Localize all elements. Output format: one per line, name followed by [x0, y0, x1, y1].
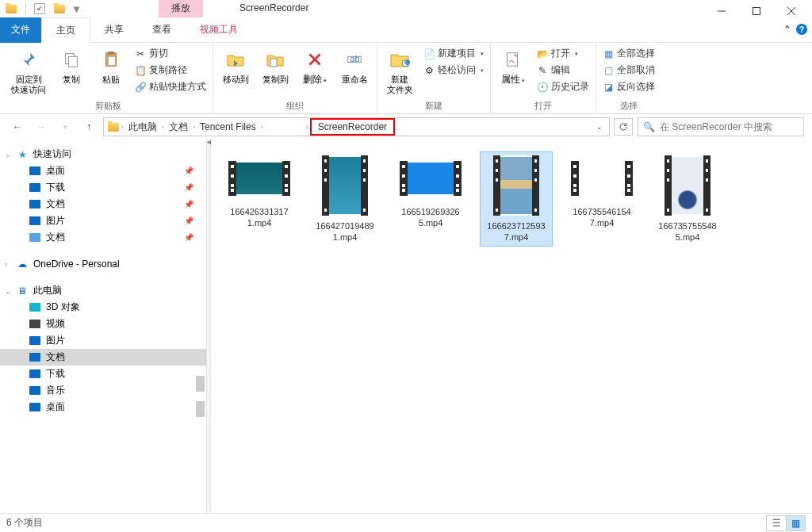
file-item[interactable]: 1666237125937.mp4	[481, 152, 552, 246]
star-icon: ★	[16, 149, 29, 160]
selectall-icon: ▦	[603, 48, 614, 59]
sidebar-scrollbar[interactable]	[194, 140, 206, 513]
group-label-select: 选择	[599, 98, 658, 113]
copy-button[interactable]: 复制	[52, 44, 90, 88]
sidebar-item[interactable]: 视频	[0, 316, 206, 332]
pin-icon	[17, 48, 40, 71]
file-thumbnail	[400, 155, 462, 201]
folder-icon[interactable]	[53, 3, 66, 14]
open-button[interactable]: 📂打开▾	[534, 46, 592, 61]
sidebar-onedrive[interactable]: ›☁OneDrive - Personal	[0, 257, 206, 271]
moveto-button[interactable]: 移动到	[216, 44, 255, 88]
copyto-label: 复制到	[262, 75, 289, 85]
icons-view-button[interactable]: ▦	[786, 516, 805, 530]
newitem-icon: 📄	[423, 48, 435, 59]
cut-button[interactable]: ✂剪切	[132, 46, 209, 61]
file-item[interactable]: 1664263313171.mp4	[224, 152, 295, 246]
sidebar-item[interactable]: 文档📌	[0, 196, 206, 212]
back-button[interactable]: ←	[8, 117, 27, 136]
delete-icon	[303, 48, 327, 71]
sidebar-thispc[interactable]: ⌄🖥此电脑	[0, 282, 206, 299]
history-dropdown[interactable]: ▾	[56, 117, 75, 136]
file-list[interactable]: 1664263313171.mp4 1664270194891.mp4 1665…	[211, 140, 812, 513]
rename-button[interactable]: ab 重命名	[335, 44, 373, 88]
chevron-right-icon[interactable]: ›	[162, 123, 164, 131]
crumb-screenrecorder[interactable]: ScreenRecorder	[310, 118, 395, 136]
sidebar-item[interactable]: 桌面📌	[0, 163, 206, 179]
copyto-button[interactable]: 复制到	[256, 44, 294, 88]
newfolder-button[interactable]: ✹ 新建 文件夹	[381, 44, 419, 98]
tab-home[interactable]: 主页	[41, 17, 90, 43]
sidebar-item[interactable]: 3D 对象	[0, 299, 206, 316]
maximize-button[interactable]	[739, 0, 774, 22]
tab-file[interactable]: 文件	[0, 17, 41, 43]
file-item[interactable]: 1667357555485.mp4	[652, 152, 723, 246]
address-dropdown-icon[interactable]: ⌄	[593, 123, 606, 131]
pastelink-button[interactable]: 🔗粘贴快捷方式	[132, 79, 209, 94]
crumb-tencent[interactable]: Tencent Files	[197, 120, 259, 134]
refresh-button[interactable]	[614, 118, 633, 136]
file-item[interactable]: 1664270194891.mp4	[309, 152, 381, 246]
sidebar-item[interactable]: 图片📌	[0, 212, 206, 229]
chevron-right-icon[interactable]: ›	[121, 123, 124, 131]
edit-button[interactable]: ✎编辑	[534, 63, 592, 78]
details-view-button[interactable]: ☰	[767, 516, 786, 530]
tab-view[interactable]: 查看	[138, 17, 186, 43]
file-item[interactable]: 1667355461547.mp4	[566, 152, 638, 246]
selectnone-button[interactable]: ▢全部取消	[599, 63, 658, 78]
history-button[interactable]: 🕘历史记录	[534, 79, 592, 94]
properties-button[interactable]: 属性▾	[494, 44, 532, 89]
video-icon	[29, 319, 41, 330]
easyaccess-button[interactable]: ⚙轻松访问▾	[420, 63, 487, 78]
paste-button[interactable]: 粘贴	[92, 44, 130, 88]
sidebar-item[interactable]: 文档	[0, 349, 206, 366]
ribbon-collapse-icon[interactable]: ⌃	[783, 24, 791, 35]
sidebar-item[interactable]: 下载	[0, 366, 206, 382]
crumb-hidden[interactable]	[265, 125, 304, 128]
svg-rect-7	[108, 52, 113, 55]
rename-icon: ab	[343, 48, 366, 71]
file-item[interactable]: 1665192693265.mp4	[395, 152, 466, 246]
download-icon	[29, 182, 41, 193]
address-bar[interactable]: › 此电脑 › 文档 › Tencent Files › › ScreenRec…	[103, 117, 610, 136]
sidebar-item[interactable]: 桌面	[0, 399, 206, 415]
chevron-right-icon[interactable]: ›	[261, 123, 263, 131]
close-button[interactable]	[774, 0, 809, 22]
copypath-button[interactable]: 📋复制路径	[132, 63, 209, 78]
up-button[interactable]: ↑	[79, 117, 98, 136]
scroll-thumb[interactable]	[196, 401, 205, 417]
newitem-button[interactable]: 📄新建项目▾	[420, 46, 487, 61]
file-thumbnail	[571, 155, 633, 201]
sidebar-quickaccess[interactable]: ⌄★快速访问	[0, 146, 206, 163]
selectall-button[interactable]: ▦全部选择	[599, 46, 658, 61]
tab-share[interactable]: 共享	[90, 17, 138, 43]
qat-customize-icon[interactable]: ▾	[74, 2, 79, 15]
sidebar-item[interactable]: 文档📌	[0, 229, 206, 246]
crumb-documents[interactable]: 文档	[166, 119, 191, 136]
ribbon-group-clipboard: 固定到 快速访问 复制 粘贴 ✂剪切 📋复制路径 🔗粘贴快捷方式 剪贴板	[3, 43, 213, 113]
crumb-thispc[interactable]: 此电脑	[125, 119, 160, 136]
forward-button[interactable]: →	[32, 117, 51, 136]
invert-button[interactable]: ◪反向选择	[599, 79, 658, 94]
sidebar-item[interactable]: 音乐	[0, 382, 206, 399]
group-label-new: 新建	[381, 98, 487, 113]
scroll-thumb[interactable]	[196, 376, 205, 392]
tab-video-tools[interactable]: 视频工具	[186, 17, 252, 43]
svg-rect-9	[270, 59, 277, 67]
pane-splitter[interactable]	[206, 140, 211, 513]
delete-button[interactable]: 删除▾	[296, 44, 334, 89]
chevron-right-icon[interactable]: ›	[193, 123, 195, 131]
navigation-pane: ⌄★快速访问桌面📌下载📌文档📌图片📌文档📌›☁OneDrive - Person…	[0, 140, 206, 513]
search-input[interactable]: 🔍 在 ScreenRecorder 中搜索	[638, 117, 804, 136]
sidebar-item[interactable]: 下载📌	[0, 179, 206, 196]
chevron-right-icon[interactable]: ›	[306, 123, 308, 131]
sidebar-item[interactable]: 图片	[0, 332, 206, 349]
help-icon[interactable]: ?	[796, 24, 807, 35]
moveto-icon	[224, 48, 247, 71]
copy-icon	[59, 48, 83, 71]
qat-properties-icon[interactable]	[34, 3, 45, 14]
file-thumbnail	[657, 155, 718, 216]
easyaccess-icon: ⚙	[423, 65, 435, 76]
minimize-button[interactable]	[704, 0, 739, 22]
pin-quickaccess-button[interactable]: 固定到 快速访问	[6, 44, 51, 98]
